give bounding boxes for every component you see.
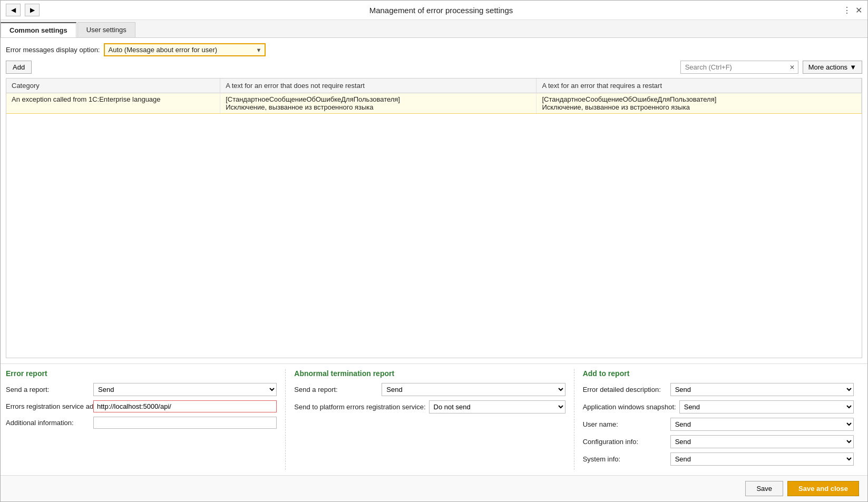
footer: Save Save and close [1, 475, 867, 501]
search-box: ✕ [680, 61, 798, 74]
error-detail-select[interactable]: Send Do not send Ask user [671, 383, 853, 396]
send-platform-select[interactable]: Send Do not send Ask user [430, 401, 565, 413]
save-button[interactable]: Save [745, 481, 783, 496]
window-title: Management of error processing settings [44, 6, 838, 15]
cell-restart: [СтандартноеСообщениеОбОшибкеДляПользова… [537, 93, 862, 114]
config-info-select[interactable]: Send Do not send Ask user [671, 436, 853, 448]
abnormal-send-report-dropdown[interactable]: Send Do not send Ask user [382, 383, 565, 396]
col-no-restart: A text for an error that does not requir… [220, 78, 537, 93]
error-report-section: Error report Send a report: Send Do not … [6, 369, 286, 470]
abnormal-send-report-select[interactable]: Send Do not send Ask user [382, 383, 564, 396]
system-info-dropdown[interactable]: Send Do not send Ask user [670, 452, 854, 466]
additional-info-input[interactable] [93, 417, 277, 429]
error-messages-label: Error messages display option: [6, 46, 100, 54]
error-detail-label: Error detailed description: [583, 386, 667, 393]
error-messages-dropdown[interactable]: Auto (Message about error for user) ▼ [104, 43, 266, 56]
table-row[interactable]: An exception called from 1C:Enterprise l… [6, 93, 862, 114]
app-windows-label: Application windows snapshot: [583, 403, 676, 411]
col-restart: A text for an error that requires a rest… [537, 78, 862, 93]
reg-service-label: Errors registration service address: [6, 402, 90, 410]
reg-service-input[interactable] [93, 400, 277, 412]
tab-common-settings[interactable]: Common settings [1, 22, 76, 37]
add-to-report-section: Add to report Error detailed description… [583, 369, 862, 470]
col-category: Category [6, 78, 220, 93]
abnormal-send-report-label: Send a report: [294, 386, 378, 393]
error-report-title: Error report [6, 369, 277, 378]
send-report-dropdown[interactable]: Send Do not send Ask user [93, 383, 277, 396]
app-windows-select[interactable]: Send Do not send Ask user [680, 401, 853, 413]
search-clear-button[interactable]: ✕ [786, 63, 798, 72]
forward-button[interactable]: ▶ [25, 4, 40, 16]
config-info-label: Configuration info: [583, 438, 667, 446]
error-messages-input[interactable]: Auto (Message about error for user) [105, 44, 252, 55]
send-platform-label: Send to platform errors registration ser… [294, 403, 425, 411]
cell-no-restart: [СтандартноеСообщениеОбОшибкеДляПользова… [220, 93, 537, 114]
abnormal-report-title: Abnormal termination report [294, 369, 565, 378]
error-detail-dropdown[interactable]: Send Do not send Ask user [670, 383, 854, 396]
more-icon[interactable]: ⋮ [843, 5, 851, 15]
tabs-bar: Common settings User settings [1, 20, 867, 38]
system-info-label: System info: [583, 455, 667, 463]
search-input[interactable] [681, 61, 786, 73]
back-button[interactable]: ◀ [6, 4, 21, 16]
add-to-report-title: Add to report [583, 369, 854, 378]
add-button[interactable]: Add [6, 61, 32, 74]
tab-user-settings[interactable]: User settings [77, 22, 135, 37]
send-report-select[interactable]: Send Do not send Ask user [94, 383, 276, 396]
save-close-button[interactable]: Save and close [787, 481, 859, 496]
user-name-label: User name: [583, 420, 667, 428]
more-actions-arrow-icon: ▼ [850, 63, 856, 71]
user-name-dropdown[interactable]: Send Do not send Ask user [670, 418, 854, 431]
more-actions-button[interactable]: More actions ▼ [803, 61, 862, 74]
user-name-select[interactable]: Send Do not send Ask user [671, 418, 853, 430]
send-platform-dropdown[interactable]: Send Do not send Ask user [429, 400, 565, 414]
additional-info-label: Additional information: [6, 419, 90, 427]
error-table: Category A text for an error that does n… [6, 78, 862, 358]
close-button[interactable]: ✕ [855, 5, 862, 15]
config-info-dropdown[interactable]: Send Do not send Ask user [670, 435, 854, 448]
abnormal-report-section: Abnormal termination report Send a repor… [294, 369, 574, 470]
error-messages-arrow[interactable]: ▼ [252, 45, 265, 55]
app-windows-dropdown[interactable]: Send Do not send Ask user [679, 400, 854, 414]
system-info-select[interactable]: Send Do not send Ask user [671, 453, 853, 465]
send-report-label: Send a report: [6, 386, 90, 393]
more-actions-label: More actions [808, 63, 847, 71]
cell-category: An exception called from 1C:Enterprise l… [6, 93, 220, 114]
